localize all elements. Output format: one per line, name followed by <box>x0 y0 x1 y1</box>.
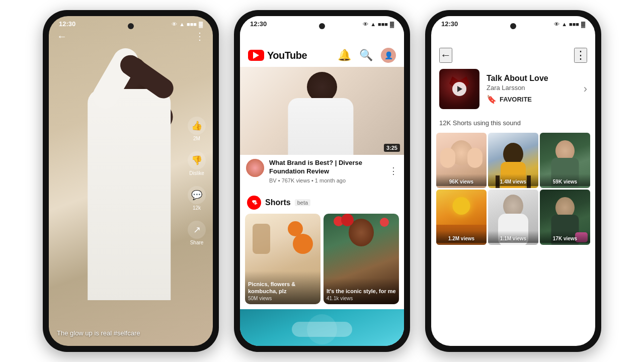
sound-details: Talk About Love Zara Larsson 🔖 FAVORITE <box>487 74 577 104</box>
signal-icon-2: ■■■ <box>378 21 388 27</box>
account-button[interactable]: 👤 <box>381 48 396 63</box>
video-card[interactable]: 3:25 What Brand is Best? | Diverse Found… <box>240 67 404 188</box>
sound-clip-3[interactable]: 59K views <box>540 133 590 188</box>
sound-clip-4[interactable]: 1.2M views <box>436 190 487 245</box>
sound-clip-6[interactable]: 17K views <box>540 190 590 245</box>
sound-play-button[interactable] <box>452 82 466 96</box>
wifi-icon-2: ▲ <box>370 21 376 27</box>
clip-1-views: 96K views <box>436 174 487 186</box>
camera-dot-1 <box>128 23 134 29</box>
youtube-play-triangle <box>253 52 259 59</box>
status-icons-3: 👁 ▲ ■■■ ▓ <box>554 21 585 27</box>
video-meta-text: BV • 767K views • 1 month ago <box>269 177 384 184</box>
channel-avatar <box>246 159 264 177</box>
youtube-icon <box>248 50 264 61</box>
wifi-icon-3: ▲ <box>561 21 567 27</box>
short-1-text: Picnics, flowers & kombucha, plz <box>248 281 317 294</box>
signal-icon-3: ■■■ <box>569 21 579 27</box>
clip-2-views: 1.4M views <box>488 174 538 186</box>
phone1-actions: 👍 2M 👎 Dislike 💬 12k ↗ Share <box>188 117 206 245</box>
camera-dot-2 <box>319 23 325 29</box>
header-icons: 🔔 🔍 👤 <box>338 48 396 63</box>
phone-3-screen: 12:30 👁 ▲ ■■■ ▓ ← ⋮ <box>431 16 595 346</box>
more-button-3[interactable]: ⋮ <box>574 48 587 63</box>
like-action[interactable]: 👍 2M <box>188 117 206 141</box>
video-more-button[interactable]: ⋮ <box>389 165 398 176</box>
video-info: What Brand is Best? | Diverse Foundation… <box>269 159 384 184</box>
phone1-caption: The glow up is real #selfcare <box>57 329 183 337</box>
phone1-top-nav: ← ⋮ <box>57 30 205 42</box>
battery-icon: ▓ <box>199 21 203 27</box>
comment-action[interactable]: 💬 12k <box>188 186 206 211</box>
short-1-overlay: Picnics, flowers & kombucha, plz 50M vie… <box>245 271 320 304</box>
shorts-title: Shorts <box>265 198 291 207</box>
short-card-1[interactable]: Picnics, flowers & kombucha, plz 50M vie… <box>245 214 320 304</box>
like-icon: 👍 <box>188 117 206 135</box>
bookmark-icon: 🔖 <box>487 95 497 104</box>
notification-button[interactable]: 🔔 <box>338 49 351 62</box>
shorts-icon <box>247 196 261 210</box>
video-duration: 3:25 <box>384 144 400 152</box>
phone-2-screen: 12:30 👁 ▲ ■■■ ▓ YouTube 🔔 🔍 👤 <box>240 16 404 346</box>
sound-info-card: Talk About Love Zara Larsson 🔖 FAVORITE … <box>431 69 595 117</box>
clip-5-views: 1.1M views <box>488 231 538 243</box>
eye-icon-3: 👁 <box>554 21 559 27</box>
youtube-wordmark: YouTube <box>267 50 307 61</box>
signal-icon: ■■■ <box>187 21 197 27</box>
sound-chevron-icon[interactable]: › <box>584 82 587 96</box>
sound-clip-2[interactable]: 1.4M views <box>488 133 538 188</box>
short-2-views: 41.1k views <box>327 296 396 301</box>
torso <box>88 89 171 300</box>
dislike-action[interactable]: 👎 Dislike <box>188 151 206 176</box>
favorite-label: FAVORITE <box>500 96 532 103</box>
share-label: Share <box>190 240 204 245</box>
more-button-1[interactable]: ⋮ <box>195 30 205 42</box>
status-time-2: 12:30 <box>250 20 267 28</box>
dislike-label: Dislike <box>189 170 204 176</box>
short-card-2[interactable]: It's the iconic style, for me 41.1k view… <box>324 214 399 304</box>
like-count: 2M <box>193 136 200 141</box>
back-button-3[interactable]: ← <box>439 48 452 63</box>
battery-icon-2: ▓ <box>390 21 394 27</box>
clip-3-views: 59K views <box>540 174 590 186</box>
phone-2: 12:30 👁 ▲ ■■■ ▓ YouTube 🔔 🔍 👤 <box>234 10 410 352</box>
video-title: What Brand is Best? | Diverse Foundation… <box>269 159 384 176</box>
sound-clip-5[interactable]: 1.1M views <box>488 190 538 245</box>
sound-title: Talk About Love <box>487 74 577 83</box>
back-button-1[interactable]: ← <box>57 31 67 42</box>
status-time-3: 12:30 <box>441 20 458 28</box>
battery-icon-3: ▓ <box>581 21 585 27</box>
phone-3: 12:30 👁 ▲ ■■■ ▓ ← ⋮ <box>425 10 601 352</box>
shorts-grid: Picnics, flowers & kombucha, plz 50M vie… <box>240 214 404 309</box>
short-1-views: 50M views <box>248 296 317 301</box>
share-action[interactable]: ↗ Share <box>188 221 206 245</box>
camera-dot-3 <box>510 23 516 29</box>
wifi-icon: ▲ <box>179 21 185 27</box>
clip-4-views: 1.2M views <box>436 231 487 243</box>
comment-count: 12k <box>193 205 201 211</box>
swimmer <box>292 322 352 337</box>
status-icons-2: 👁 ▲ ■■■ ▓ <box>363 21 394 27</box>
search-button[interactable]: 🔍 <box>359 49 373 62</box>
youtube-logo: YouTube <box>248 50 307 61</box>
sound-clip-1[interactable]: 96K views <box>436 133 487 188</box>
dislike-icon: 👎 <box>188 151 206 169</box>
video-meta: What Brand is Best? | Diverse Foundation… <box>240 155 404 188</box>
phone3-header: ← ⋮ <box>431 30 595 69</box>
short-2-overlay: It's the iconic style, for me 41.1k view… <box>324 278 399 304</box>
sound-clips-grid: 96K views 1.4M views 59K views <box>431 133 595 245</box>
sound-artist: Zara Larsson <box>487 84 577 92</box>
video-thumbnail: 3:25 <box>240 67 404 155</box>
status-time-1: 12:30 <box>59 20 75 28</box>
share-icon: ↗ <box>188 221 206 239</box>
eye-icon: 👁 <box>172 21 177 27</box>
sound-favorite[interactable]: 🔖 FAVORITE <box>487 95 577 104</box>
shorts-count: 12K Shorts using this sound <box>431 117 595 133</box>
short-2-text: It's the iconic style, for me <box>327 288 396 295</box>
shorts-header: Shorts beta <box>240 192 404 214</box>
play-triangle <box>457 86 462 92</box>
eye-icon-2: 👁 <box>363 21 368 27</box>
status-icons-1: 👁 ▲ ■■■ ▓ <box>172 21 203 27</box>
pool-video[interactable] <box>240 309 404 346</box>
shorts-beta-badge: beta <box>295 199 310 206</box>
